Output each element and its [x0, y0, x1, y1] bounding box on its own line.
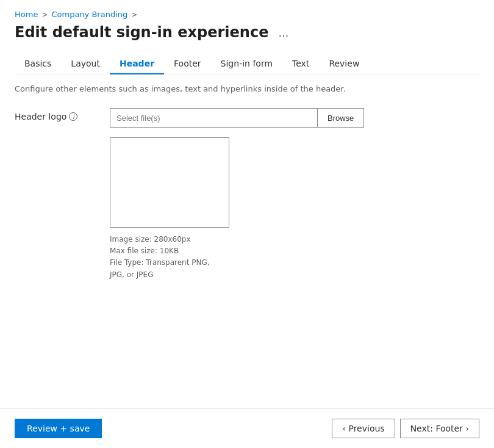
- page-title-row: Edit default sign-in experience ...: [15, 24, 479, 41]
- breadcrumb: Home > Company Branding >: [15, 10, 479, 19]
- image-size-info: Image size: 280x60px: [110, 234, 479, 245]
- main-content: Home > Company Branding > Edit default s…: [0, 0, 494, 408]
- tab-layout[interactable]: Layout: [61, 54, 110, 74]
- previous-button[interactable]: ‹ Previous: [332, 419, 395, 438]
- breadcrumb-company-branding[interactable]: Company Branding: [51, 10, 127, 19]
- page-title: Edit default sign-in experience: [15, 24, 268, 41]
- file-select-input[interactable]: [110, 108, 317, 128]
- page-wrapper: Home > Company Branding > Edit default s…: [0, 0, 494, 448]
- breadcrumb-sep-1: >: [41, 10, 48, 19]
- breadcrumb-sep-2: >: [131, 10, 137, 19]
- tab-signin-form[interactable]: Sign-in form: [211, 54, 282, 74]
- tab-header[interactable]: Header: [110, 54, 164, 74]
- tab-basics[interactable]: Basics: [15, 54, 61, 74]
- page-menu-icon[interactable]: ...: [274, 25, 292, 40]
- tabs-bar: Basics Layout Header Footer Sign-in form…: [15, 53, 479, 74]
- image-filesize-info: Max file size: 10KB: [110, 245, 479, 257]
- image-preview-box: [110, 137, 229, 228]
- footer-bar: Review + save ‹ Previous Next: Footer ›: [0, 408, 494, 448]
- image-preview-section: Image size: 280x60px Max file size: 10KB…: [110, 137, 479, 281]
- footer-nav: ‹ Previous Next: Footer ›: [332, 419, 479, 438]
- header-logo-form-row: Header logo i Browse: [15, 108, 479, 128]
- tab-footer[interactable]: Footer: [164, 54, 211, 74]
- review-save-button[interactable]: Review + save: [15, 419, 102, 438]
- tab-description: Configure other elements such as images,…: [15, 84, 479, 93]
- tab-review[interactable]: Review: [319, 54, 369, 74]
- next-footer-button[interactable]: Next: Footer ›: [400, 419, 479, 438]
- image-filetype-info-2: JPG, or JPEG: [110, 269, 479, 281]
- breadcrumb-home[interactable]: Home: [15, 10, 38, 19]
- browse-button[interactable]: Browse: [317, 108, 364, 128]
- image-filetype-info-1: File Type: Transparent PNG,: [110, 257, 479, 269]
- header-logo-label: Header logo i: [15, 108, 100, 121]
- image-info: Image size: 280x60px Max file size: 10KB…: [110, 234, 479, 281]
- tab-text[interactable]: Text: [282, 54, 319, 74]
- header-logo-info-icon[interactable]: i: [69, 112, 77, 121]
- file-input-group: Browse: [110, 108, 364, 128]
